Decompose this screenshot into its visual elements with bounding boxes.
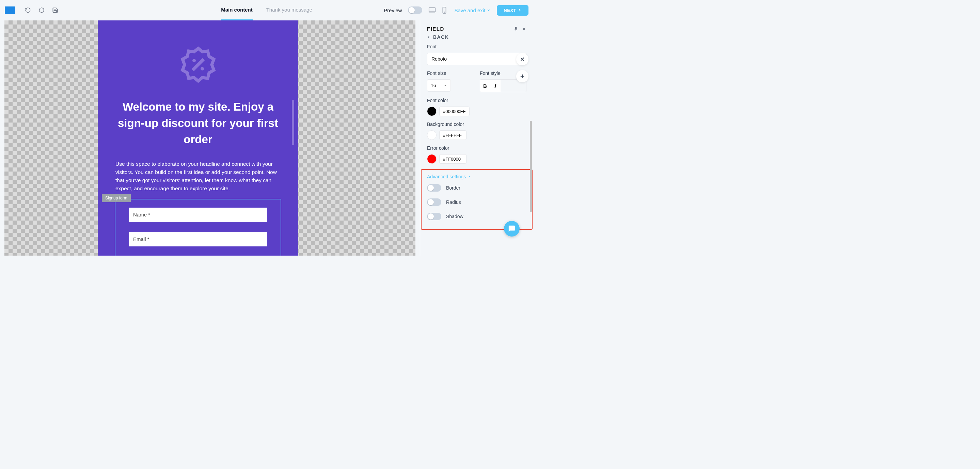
popup-body-text[interactable]: Use this space to elaborate on your head… bbox=[115, 160, 281, 192]
close-editor-button[interactable] bbox=[516, 53, 528, 65]
bgcolor-label: Background color bbox=[427, 121, 527, 127]
logo-icon bbox=[5, 6, 15, 14]
preview-label: Preview bbox=[384, 8, 402, 13]
chat-fab[interactable] bbox=[504, 221, 520, 237]
radius-toggle[interactable] bbox=[427, 199, 441, 206]
errorcolor-label: Error color bbox=[427, 145, 527, 151]
popup-preview: Welcome to my site. Enjoy a sign-up disc… bbox=[98, 21, 298, 256]
panel-scrollbar[interactable] bbox=[530, 121, 532, 212]
shadow-label: Shadow bbox=[446, 214, 463, 219]
tab-main-content[interactable]: Main content bbox=[221, 0, 253, 21]
popup-headline[interactable]: Welcome to my site. Enjoy a sign-up disc… bbox=[115, 99, 281, 148]
save-and-exit-button[interactable]: Save and exit bbox=[454, 8, 491, 13]
save-button[interactable] bbox=[50, 5, 60, 15]
advanced-settings-box: Advanced settings Border Radius Shadow bbox=[421, 169, 533, 230]
preview-toggle[interactable] bbox=[408, 6, 422, 14]
font-select[interactable]: Roboto bbox=[427, 53, 527, 65]
fontcolor-label: Font color bbox=[427, 98, 527, 103]
shadow-toggle[interactable] bbox=[427, 213, 441, 220]
bgcolor-input[interactable]: #FFFFFF bbox=[439, 130, 466, 140]
signup-form[interactable]: Sign up bbox=[115, 199, 281, 256]
back-button[interactable]: BACK bbox=[420, 34, 533, 44]
font-label: Font bbox=[427, 44, 527, 49]
svg-point-4 bbox=[200, 67, 204, 70]
italic-button[interactable]: I bbox=[490, 79, 501, 92]
next-button[interactable]: NEXT bbox=[497, 5, 528, 16]
radius-label: Radius bbox=[446, 199, 461, 205]
bold-button[interactable]: B bbox=[480, 79, 490, 92]
svg-point-3 bbox=[192, 59, 196, 62]
chevron-up-icon bbox=[468, 175, 471, 178]
name-input[interactable] bbox=[129, 208, 267, 222]
undo-button[interactable] bbox=[23, 5, 33, 15]
panel-title: FIELD bbox=[427, 26, 444, 32]
advanced-settings-toggle[interactable]: Advanced settings bbox=[427, 174, 527, 180]
errorcolor-input[interactable]: #FF0000 bbox=[439, 154, 466, 164]
pin-icon[interactable] bbox=[514, 27, 518, 31]
close-panel-icon[interactable] bbox=[522, 27, 527, 31]
canvas-area: Welcome to my site. Enjoy a sign-up disc… bbox=[0, 21, 420, 256]
errorcolor-swatch[interactable] bbox=[427, 154, 436, 164]
tab-thank-you[interactable]: Thank you message bbox=[266, 0, 312, 21]
add-element-button[interactable] bbox=[516, 70, 528, 83]
fontcolor-input[interactable]: #000000FF bbox=[439, 107, 469, 116]
email-input[interactable] bbox=[129, 232, 267, 246]
desktop-icon[interactable] bbox=[428, 6, 436, 14]
headline-scrollbar[interactable] bbox=[292, 100, 294, 145]
mobile-icon[interactable] bbox=[441, 6, 448, 14]
topbar: Main content Thank you message Preview S… bbox=[0, 0, 533, 21]
bgcolor-swatch[interactable] bbox=[427, 130, 436, 140]
fontcolor-swatch[interactable] bbox=[427, 107, 436, 116]
content-tabs: Main content Thank you message bbox=[221, 0, 312, 21]
discount-badge-icon bbox=[115, 44, 281, 85]
chevron-down-icon bbox=[444, 84, 447, 87]
border-toggle[interactable] bbox=[427, 184, 441, 192]
border-label: Border bbox=[446, 185, 460, 191]
fontsize-label: Font size bbox=[427, 70, 474, 76]
svg-point-2 bbox=[444, 12, 445, 12]
signup-form-label: Signup form bbox=[102, 194, 131, 202]
redo-button[interactable] bbox=[37, 5, 46, 15]
fontsize-select[interactable]: 16 bbox=[427, 79, 451, 92]
